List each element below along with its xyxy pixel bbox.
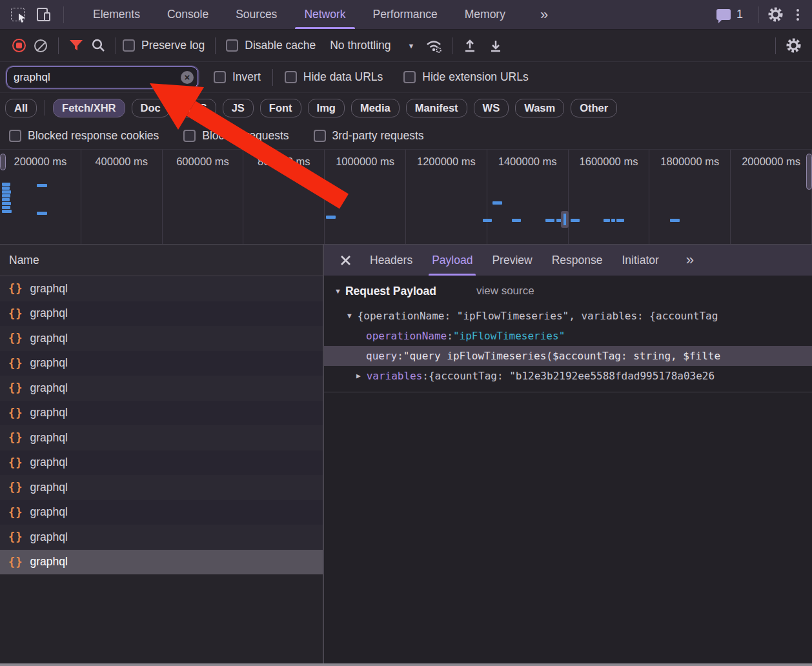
devtools-tabbar: ElementsConsoleSourcesNetworkPerformance… [0, 0, 812, 30]
request-payload-section[interactable]: ▼ Request Payload view source [324, 276, 812, 306]
request-row[interactable]: {}graphql [0, 475, 323, 500]
filter-input[interactable] [6, 66, 198, 88]
network-conditions-icon [425, 38, 444, 54]
chip-img[interactable]: Img [308, 99, 345, 117]
tab-memory[interactable]: Memory [451, 0, 519, 29]
chip-css[interactable]: CSS [176, 99, 216, 117]
network-settings-gear-icon[interactable] [782, 35, 804, 57]
clear-button[interactable] [30, 35, 52, 57]
payload-root-row[interactable]: ▼ {operationName: "ipFlowTimeseries", va… [324, 306, 812, 326]
payload-query-row[interactable]: query: "query ipFlowTimeseries($accountT… [324, 346, 812, 366]
more-panels-icon[interactable]: » [519, 0, 569, 29]
request-timing-bar [2, 187, 10, 190]
hide-data-urls-label: Hide data URLs [303, 70, 383, 84]
blocked-response-cookies-checkbox[interactable] [9, 130, 21, 142]
inspect-element-icon[interactable] [8, 5, 27, 25]
chip-fetch-xhr[interactable]: Fetch/XHR [53, 99, 125, 117]
detail-tab-headers[interactable]: Headers [360, 245, 422, 276]
filter-blocked-response-cookies-toggle[interactable]: Blocked response cookies [9, 129, 159, 143]
export-har-button[interactable] [485, 35, 507, 57]
request-timing-bar [2, 194, 10, 197]
payload-variables-row[interactable]: ▶ variables: {accountTag: "b12e3b2192ee5… [324, 366, 812, 386]
detail-tab-response[interactable]: Response [542, 245, 613, 276]
json-request-icon: {} [8, 282, 23, 295]
disable-cache-toggle[interactable]: Disable cache [226, 39, 316, 52]
expand-triangle-icon[interactable]: ▼ [347, 312, 352, 320]
detail-tab-initiator[interactable]: Initiator [612, 245, 668, 276]
throttling-select[interactable]: No throttling ▼ [330, 39, 414, 52]
kebab-menu-icon[interactable] [790, 9, 806, 21]
timeline-tick-label: 400000 ms [81, 156, 162, 168]
json-request-icon: {} [8, 530, 23, 543]
import-har-button[interactable] [459, 35, 481, 57]
request-row[interactable]: {}graphql [0, 326, 323, 351]
collapsed-triangle-icon[interactable]: ▶ [356, 372, 361, 380]
settings-gear-icon[interactable] [766, 5, 785, 25]
request-row[interactable]: {}graphql [0, 401, 323, 426]
chip-all[interactable]: All [5, 99, 37, 117]
tab-performance[interactable]: Performance [360, 0, 451, 29]
tab-sources[interactable]: Sources [222, 0, 290, 29]
tab-elements[interactable]: Elements [79, 0, 154, 29]
hide-extension-urls-checkbox[interactable] [403, 71, 416, 83]
detail-tab-preview[interactable]: Preview [482, 245, 542, 276]
request-row[interactable]: {}graphql [0, 525, 323, 550]
close-details-button[interactable] [334, 249, 356, 271]
invert-checkbox[interactable] [214, 71, 226, 83]
chip-wasm[interactable]: Wasm [515, 99, 564, 117]
invert-toggle[interactable]: Invert [214, 70, 261, 84]
request-row[interactable]: {}graphql [0, 450, 323, 476]
chevron-down-icon: ▼ [408, 42, 415, 50]
key-separator: : [397, 350, 403, 362]
chip-manifest[interactable]: Manifest [406, 99, 467, 117]
overview-left-handle[interactable] [0, 154, 6, 170]
record-button[interactable] [8, 35, 30, 57]
request-row[interactable]: {}graphql [0, 301, 323, 327]
chip-font[interactable]: Font [260, 99, 301, 117]
filter-3rd-party-requests-toggle[interactable]: 3rd-party requests [314, 129, 424, 143]
chip-js[interactable]: JS [223, 99, 254, 117]
request-row[interactable]: {}graphql [0, 500, 323, 525]
payload-preview-text: {operationName: "ipFlowTimeseries", vari… [358, 310, 718, 322]
view-source-link[interactable]: view source [476, 285, 534, 298]
timeline-column: 1600000 ms [569, 150, 650, 244]
filter-toggle-button[interactable] [65, 35, 87, 57]
tab-network[interactable]: Network [290, 0, 359, 29]
filter-blocked-requests-toggle[interactable]: Blocked requests [183, 129, 289, 143]
preserve-log-checkbox[interactable] [123, 39, 135, 52]
hide-data-urls-toggle[interactable]: Hide data URLs [285, 70, 383, 84]
hide-data-urls-checkbox[interactable] [285, 71, 297, 83]
timeline-grid: 200000 ms400000 ms600000 ms800000 ms1000… [0, 150, 812, 244]
chip-ws[interactable]: WS [474, 99, 509, 117]
timeline-tick-label: 1200000 ms [406, 156, 487, 168]
tab-console[interactable]: Console [154, 0, 222, 29]
issues-counter[interactable]: 1 [716, 8, 743, 21]
device-toolbar-icon[interactable] [32, 5, 52, 25]
request-row[interactable]: {}graphql [0, 276, 323, 301]
chip-doc[interactable]: Doc [132, 99, 170, 117]
disable-cache-checkbox[interactable] [226, 39, 238, 52]
overview-right-handle[interactable] [806, 154, 812, 190]
name-column-header[interactable]: Name [0, 245, 323, 276]
blocked-requests-checkbox[interactable] [183, 130, 196, 142]
clear-filter-icon[interactable]: × [181, 71, 194, 84]
network-overview-timeline[interactable]: 200000 ms400000 ms600000 ms800000 ms1000… [0, 150, 812, 245]
preserve-log-toggle[interactable]: Preserve log [123, 39, 205, 52]
3rd-party-requests-checkbox[interactable] [314, 130, 326, 142]
payload-operation-row[interactable]: operationName: "ipFlowTimeseries" [324, 326, 812, 346]
chip-media[interactable]: Media [351, 99, 400, 117]
request-name: graphql [30, 530, 67, 544]
hide-extension-urls-toggle[interactable]: Hide extension URLs [403, 70, 528, 84]
request-row[interactable]: {}graphql [0, 425, 323, 450]
more-detail-tabs-icon[interactable]: » [669, 245, 711, 276]
network-conditions-button[interactable] [423, 35, 445, 57]
search-button[interactable] [87, 35, 109, 57]
chip-other[interactable]: Other [571, 99, 617, 117]
detail-tab-payload[interactable]: Payload [422, 245, 482, 276]
request-row[interactable]: {}graphql [0, 376, 323, 401]
request-timing-bar [2, 210, 12, 213]
request-row[interactable]: {}graphql [0, 351, 323, 376]
request-details-pane: HeadersPayloadPreviewResponseInitiator »… [324, 245, 812, 663]
request-timing-bar [616, 219, 624, 222]
request-row[interactable]: {}graphql [0, 550, 323, 575]
